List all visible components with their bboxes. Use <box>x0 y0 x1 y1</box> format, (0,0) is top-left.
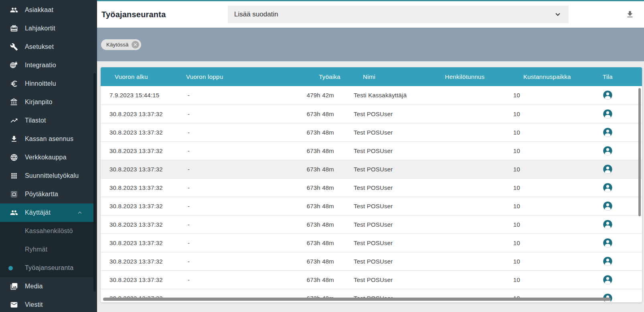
table-row[interactable]: 30.8.2023 13:37:32-673h 48mTest POSUser1… <box>101 123 642 141</box>
sidebar-item-media[interactable]: Media <box>0 277 93 296</box>
cell-tyoaika: 673h 48m <box>258 197 344 215</box>
sidebar-item-label: Käyttäjät <box>25 209 51 216</box>
sidebar-item-label: Suunnittelutyökalu <box>25 172 79 179</box>
column-header-vuoron-loppu[interactable]: Vuoron loppu <box>178 67 258 86</box>
column-header-tila[interactable]: Tila <box>593 67 642 86</box>
cell-vuoron-alku: 30.8.2023 13:37:32 <box>101 123 178 141</box>
sidebar-item-asetukset[interactable]: Asetukset <box>0 38 93 56</box>
cell-henkilotunnus <box>433 215 497 233</box>
sidebar-item-viestit[interactable]: Viestit <box>0 296 93 312</box>
column-header-tyoaika[interactable]: Työaika <box>258 67 344 86</box>
column-header-henkilotunnus[interactable]: Henkilötunnus <box>433 67 497 86</box>
cell-vuoron-alku: 30.8.2023 13:37:32 <box>101 252 178 270</box>
worktime-table: Vuoron alkuVuoron loppuTyöaikaNimiHenkil… <box>101 67 642 302</box>
table-row[interactable]: 30.8.2023 13:37:32-673h 48mTest POSUser1… <box>101 233 642 252</box>
sidebar-item-tilastot[interactable]: Tilastot <box>0 111 93 130</box>
cell-tila[interactable] <box>593 141 642 160</box>
cell-kustannuspaikka: 10 <box>497 178 593 197</box>
cell-tila[interactable] <box>593 215 642 233</box>
cell-tyoaika: 673h 48m <box>258 141 344 160</box>
sidebar-scrollbar-thumb[interactable] <box>93 73 96 292</box>
sidebar-item-label: Asetukset <box>25 43 54 50</box>
person-status-icon <box>602 219 613 230</box>
cell-vuoron-alku: 30.8.2023 13:37:32 <box>101 141 178 160</box>
sidebar-item-verkkokauppa[interactable]: Verkkokauppa <box>0 148 93 167</box>
sidebar-item-tyoajanseuranta[interactable]: Työajanseuranta <box>0 259 93 277</box>
sidebar-item-hinnoittelu[interactable]: Hinnoittelu <box>0 74 93 93</box>
filter-dropdown[interactable]: Lisää suodatin <box>228 6 569 23</box>
table-row[interactable]: 30.8.2023 13:37:32-673h 48mTest POSUser1… <box>101 105 642 123</box>
cell-tila[interactable] <box>593 233 642 252</box>
table-vertical-scrollbar-thumb[interactable] <box>638 88 641 216</box>
cell-tila[interactable] <box>593 178 642 197</box>
table-horizontal-scrollbar-thumb[interactable] <box>103 298 611 301</box>
cell-nimi: Test POSUser <box>344 270 433 289</box>
table-header-row: Vuoron alkuVuoron loppuTyöaikaNimiHenkil… <box>101 67 642 86</box>
cell-tila[interactable] <box>593 252 642 270</box>
cell-vuoron-alku: 30.8.2023 13:37:32 <box>101 270 178 289</box>
chip-remove-button[interactable] <box>132 41 139 48</box>
table-row[interactable]: 7.9.2023 15:44:15-479h 42mTesti Kassakäy… <box>101 86 642 105</box>
cell-henkilotunnus <box>433 233 497 252</box>
sidebar-item-ryhmat[interactable]: Ryhmät <box>0 240 93 259</box>
table-row[interactable]: 30.8.2023 13:37:32-673h 48mTest POSUser1… <box>101 215 642 233</box>
wrench-icon <box>10 43 18 51</box>
active-filters-bar: Käytössä <box>97 28 644 61</box>
cell-nimi: Test POSUser <box>344 233 433 252</box>
cell-nimi: Test POSUser <box>344 141 433 160</box>
cell-tila[interactable] <box>593 197 642 215</box>
cell-tila[interactable] <box>593 123 642 141</box>
cell-nimi: Test POSUser <box>344 178 433 197</box>
column-header-kustannuspaikka[interactable]: Kustannuspaikka <box>497 67 593 86</box>
cell-tyoaika: 673h 48m <box>258 123 344 141</box>
person-status-icon <box>602 127 613 138</box>
page-header: Työajanseuranta Lisää suodatin <box>97 1 644 28</box>
cell-kustannuspaikka: 10 <box>497 105 593 123</box>
gift-card-icon <box>10 24 18 32</box>
sidebar-item-lahjakortit[interactable]: Lahjakortit <box>0 19 93 38</box>
cell-vuoron-loppu: - <box>178 141 258 160</box>
table-row[interactable]: 30.8.2023 13:37:32-673h 48mTest POSUser1… <box>101 141 642 160</box>
table-row[interactable]: 30.8.2023 13:37:32-673h 48mTest POSUser1… <box>101 178 642 197</box>
sidebar-item-kassan-asennus[interactable]: Kassan asennus <box>0 130 93 148</box>
column-header-vuoron-alku[interactable]: Vuoron alku <box>101 67 178 86</box>
filter-chip-label: Käytössä <box>106 42 129 48</box>
export-download-button[interactable] <box>626 10 634 19</box>
cell-henkilotunnus <box>433 105 497 123</box>
cell-vuoron-alku: 30.8.2023 13:37:32 <box>101 105 178 123</box>
sidebar-item-kirjanpito[interactable]: Kirjanpito <box>0 93 93 111</box>
cell-nimi: Test POSUser <box>344 105 433 123</box>
sidebar-item-kassahenkilosto[interactable]: Kassahenkilöstö <box>0 222 93 240</box>
download-icon <box>10 135 18 143</box>
cell-tyoaika: 673h 48m <box>258 178 344 197</box>
cell-nimi: Testi Kassakäyttäjä <box>344 86 433 105</box>
cell-tila[interactable] <box>593 160 642 178</box>
cell-henkilotunnus <box>433 141 497 160</box>
person-status-icon <box>602 201 613 211</box>
filter-chip-kaytossa[interactable]: Käytössä <box>101 39 141 50</box>
table-row[interactable]: 30.8.2023 13:37:32-673h 48mTest POSUser1… <box>101 197 642 215</box>
table-row[interactable]: 30.8.2023 13:37:32-673h 48mTest POSUser1… <box>101 270 642 289</box>
sidebar-item-integraatio[interactable]: Integraatio <box>0 56 93 74</box>
cell-tila[interactable] <box>593 86 642 105</box>
cell-nimi: Test POSUser <box>344 252 433 270</box>
sidebar-item-asiakkaat[interactable]: Asiakkaat <box>0 1 93 19</box>
person-status-icon <box>602 238 613 248</box>
cell-vuoron-alku: 30.8.2023 13:37:32 <box>101 233 178 252</box>
people-icon <box>10 209 18 217</box>
column-header-nimi[interactable]: Nimi <box>344 67 433 86</box>
sidebar-item-kayttajat[interactable]: Käyttäjät <box>0 203 93 222</box>
table-row[interactable]: 30.8.2023 13:37:32-673h 48mTest POSUser1… <box>101 160 642 178</box>
globe-lock-icon <box>10 61 18 69</box>
table-row[interactable]: 30.8.2023 13:37:32-673h 48mTest POSUser1… <box>101 252 642 270</box>
cell-kustannuspaikka: 10 <box>497 141 593 160</box>
sidebar-item-suunnittelutyokalu[interactable]: Suunnittelutyökalu <box>0 167 93 185</box>
cell-tila[interactable] <box>593 105 642 123</box>
cell-nimi: Test POSUser <box>344 197 433 215</box>
close-icon <box>133 42 138 47</box>
cell-tila[interactable] <box>593 270 642 289</box>
cell-tyoaika: 479h 42m <box>258 86 344 105</box>
active-item-dot <box>8 266 13 270</box>
sidebar-item-poytakartta[interactable]: Pöytäkartta <box>0 185 93 203</box>
cell-henkilotunnus <box>433 178 497 197</box>
